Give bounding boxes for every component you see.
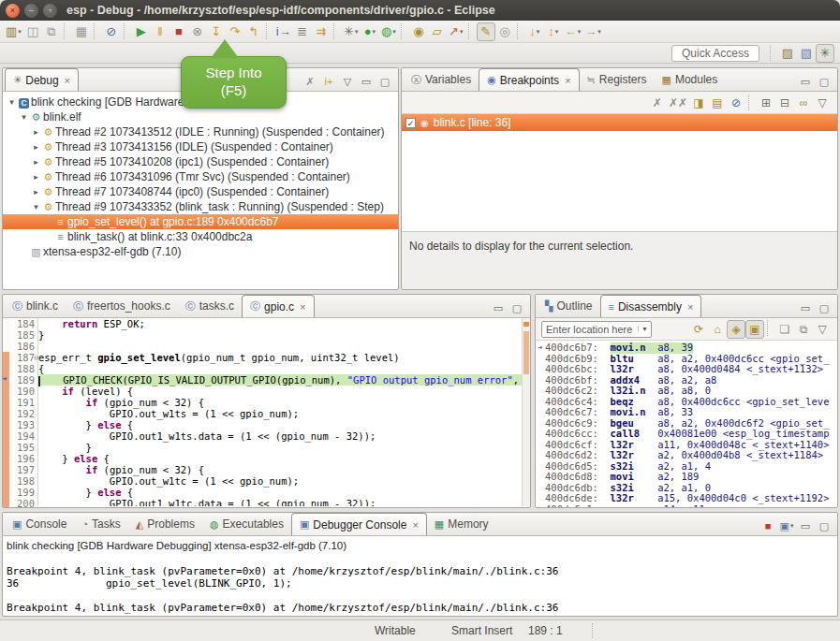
line-number[interactable]: 197 xyxy=(10,464,37,475)
link-with-debug-view-button[interactable]: ∞ xyxy=(794,94,813,112)
debug-perspective-button[interactable]: ✳ xyxy=(816,44,834,63)
new-wizard-button[interactable]: ▥▾ xyxy=(4,22,23,41)
build-binary-button[interactable]: ▦ xyxy=(72,22,91,41)
maximize-view-button[interactable]: ▢ xyxy=(815,72,833,91)
skip-all-breakpoints-button[interactable]: ⊘ xyxy=(727,94,745,112)
back-history-button[interactable]: ←▾ xyxy=(563,22,583,41)
line-number[interactable]: 188 xyxy=(10,363,37,374)
code-line[interactable]: if (level) { xyxy=(38,386,522,397)
line-number[interactable]: 192 xyxy=(10,408,37,419)
code-line[interactable]: } else { xyxy=(38,453,522,464)
disassembly-listing[interactable]: ➜400dc6b7: movi.n a8, 39400dc6b9: bltu a… xyxy=(536,341,837,508)
code-line[interactable]: return ESP_OK; xyxy=(38,318,522,329)
line-number[interactable]: 191 xyxy=(10,397,37,408)
step-over-button[interactable]: ↷ xyxy=(226,22,244,41)
line-number[interactable]: 199 xyxy=(10,487,37,498)
line-number[interactable]: 187⊖ xyxy=(10,352,37,363)
expand-all-button[interactable]: ⊞ xyxy=(757,94,775,112)
run-menu-button[interactable]: ●▾ xyxy=(361,22,379,41)
terminate-console-button[interactable]: ■ xyxy=(759,517,777,535)
code-line[interactable]: } else { xyxy=(38,419,522,430)
line-number[interactable]: 184 xyxy=(10,318,37,329)
tab-problems[interactable]: ◭Problems xyxy=(128,513,202,535)
tree-expander-icon[interactable]: ▸ xyxy=(31,127,41,137)
console-output[interactable]: Breakpoint 4, blink_task (pvParameter=0x… xyxy=(3,551,837,617)
debug-tree-item[interactable]: ▸⚙Thread #5 1073410208 (ipc1) (Suspended… xyxy=(3,154,398,169)
show-source-button[interactable]: ▣ xyxy=(745,320,764,339)
line-number[interactable]: 194 xyxy=(10,430,37,442)
debug-tree-item[interactable]: ▸⚙Thread #6 1073431096 (Tmr Svc) (Suspen… xyxy=(3,169,398,184)
collapse-all-button[interactable]: ⊟ xyxy=(775,94,794,112)
step-into-button[interactable]: ↧ xyxy=(207,22,226,41)
line-number[interactable]: 200 xyxy=(10,498,37,508)
toggle-annotations-button[interactable]: ◎ xyxy=(495,22,514,41)
show-breakpoints-supported-button[interactable]: ◨ xyxy=(689,94,708,112)
tab-console[interactable]: ▣Console xyxy=(5,513,74,535)
location-input[interactable]: Enter location here xyxy=(542,324,638,335)
forward-history-button[interactable]: →▾ xyxy=(582,22,603,41)
disassembly-row[interactable]: 400dc6bc: l32r a8, 0x400d0484 <_stext+11… xyxy=(536,364,837,375)
breakpoint-row[interactable]: ✓◉blink.c [line: 36] xyxy=(402,114,837,131)
tab-outline[interactable]: ▚Outline xyxy=(538,295,600,317)
debug-tree-item[interactable]: ▸⚙Thread #7 1073408744 (ipc0) (Suspended… xyxy=(3,184,398,199)
pin-view-button[interactable]: ⧉ xyxy=(794,320,813,339)
refresh-view-button[interactable]: ⟳ xyxy=(689,320,708,339)
editor-gutter[interactable]: 184185186187⊖188189190191192193194195196… xyxy=(10,318,38,506)
show-debug-elements-button[interactable]: ≣ xyxy=(293,22,312,41)
instruction-stepping-mode-button[interactable]: i+ xyxy=(319,72,338,91)
debug-tree-item[interactable]: ▸⚙Thread #3 1073413156 (IDLE) (Suspended… xyxy=(3,139,398,154)
code-area[interactable]: return ESP_OK;} esp_err_t gpio_set_level… xyxy=(38,318,522,506)
view-menu-button[interactable]: ▽ xyxy=(813,320,832,339)
overview-marker-current[interactable] xyxy=(523,322,529,327)
instruction-stepping-button[interactable]: i→ xyxy=(274,22,293,41)
code-line[interactable]: } xyxy=(38,329,522,341)
code-line[interactable]: GPIO.out_w1ts = (1 << gpio_num); xyxy=(38,408,522,419)
debug-tree-item[interactable]: ≡gpio_set_level() at gpio.c:189 0x400dc6… xyxy=(3,214,398,229)
use-step-filters-button[interactable]: ⇉ xyxy=(312,22,331,41)
maximize-view-button[interactable]: ▢ xyxy=(508,299,526,317)
disconnect-button[interactable]: ⊗ xyxy=(188,22,207,41)
line-number[interactable]: 195 xyxy=(10,442,37,453)
view-menu-button[interactable]: ▽ xyxy=(813,94,832,112)
open-new-view-button[interactable]: ❏ xyxy=(775,320,794,339)
open-perspective-button[interactable]: ▨ xyxy=(778,44,797,63)
breakpoint-checkbox[interactable]: ✓ xyxy=(405,118,416,128)
disassembly-row[interactable]: 400dc6c7: movi.n a8, 33 xyxy=(536,407,837,418)
debug-tree-item[interactable]: ▾⚙blink.elf xyxy=(3,109,398,124)
close-icon[interactable]: × xyxy=(412,519,418,531)
tree-expander-icon[interactable]: ▸ xyxy=(31,142,41,152)
save-all-button[interactable]: ⧉ xyxy=(42,22,61,41)
minimize-view-button[interactable]: ▭ xyxy=(796,517,815,535)
sync-active-context-button[interactable]: ◈ xyxy=(727,320,745,339)
minimize-view-button[interactable]: ▭ xyxy=(796,72,815,91)
minimize-button[interactable]: – xyxy=(24,4,38,18)
close-icon[interactable]: × xyxy=(65,75,70,86)
tab-disassembly[interactable]: ≡Disassembly× xyxy=(600,295,702,317)
tab-debug[interactable]: ✳ Debug × xyxy=(5,68,79,91)
display-selected-console-button[interactable]: ▣▾ xyxy=(777,517,796,535)
tab-debugger-console[interactable]: ▣Debugger Console× xyxy=(291,513,427,535)
code-line[interactable] xyxy=(38,341,522,352)
terminate-button[interactable]: ■ xyxy=(169,22,188,41)
debug-tree-item[interactable]: ▥xtensa-esp32-elf-gdb (7.10) xyxy=(3,244,398,259)
tab-tasks[interactable]: ◔Tasks xyxy=(74,513,127,535)
external-tools-menu-button[interactable]: ◍▾ xyxy=(379,22,398,41)
step-return-button[interactable]: ↰ xyxy=(244,22,263,41)
disassembly-row[interactable]: 400dc6d8: movi a2, 189 xyxy=(536,472,837,483)
go-to-file-for-breakpoint-button[interactable]: ▤ xyxy=(708,94,727,112)
tab-breakpoints[interactable]: ◉Breakpoints× xyxy=(479,68,579,91)
disassembly-row[interactable]: 400dc6d2: l32r a2, 0x400d04b8 <_stext+11… xyxy=(536,450,837,461)
close-icon[interactable]: × xyxy=(565,75,570,86)
line-number[interactable]: 190 xyxy=(10,386,37,397)
code-line[interactable]: } xyxy=(38,442,522,453)
remove-all-terminated-button[interactable]: ✗ xyxy=(301,72,319,91)
line-number[interactable]: 186 xyxy=(10,341,37,352)
resume-button[interactable]: ▶ xyxy=(132,22,151,41)
minimize-view-button[interactable]: ▭ xyxy=(357,72,376,91)
tree-expander-icon[interactable]: ▾ xyxy=(31,202,41,211)
tab-registers[interactable]: ≒Registers xyxy=(580,68,655,91)
maximize-view-button[interactable]: ▢ xyxy=(376,72,394,91)
close-icon[interactable]: × xyxy=(300,301,305,313)
code-line[interactable]: { xyxy=(38,363,522,374)
remove-all-breakpoints-button[interactable]: ✗✗ xyxy=(667,94,689,112)
